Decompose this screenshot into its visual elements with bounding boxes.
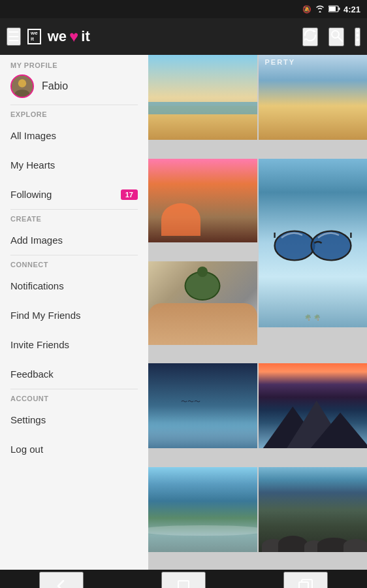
svg-point-13 [311,231,351,260]
search-button[interactable] [328,27,344,46]
battery-icon [328,5,340,14]
svg-point-9 [357,39,359,41]
sidebar-item-settings[interactable]: Settings [0,405,148,434]
logo-we: we [48,28,67,45]
svg-point-8 [357,34,359,37]
add-images-label: Add Images [10,235,63,246]
grid-cell-sunglasses[interactable]: 🌴 🌴 [259,159,368,327]
bottom-nav [0,570,367,588]
invite-friends-label: Invite Friends [10,339,69,350]
logo-container: we it we ♥ it [27,27,302,46]
grid-cell-sunset[interactable]: 〜〜〜 [148,363,257,448]
sidebar-item-invite-friends[interactable]: Invite Friends [0,330,148,359]
sidebar-item-notifications[interactable]: Notifications [0,271,148,301]
find-friends-label: Find My Friends [10,310,81,321]
sidebar: MY PROFILE Fabio EXPLORE All Images [0,55,148,570]
profile-section: MY PROFILE Fabio [0,55,148,105]
grid-cell-beach3[interactable] [148,467,257,552]
my-hearts-label: My Hearts [10,159,55,171]
logo-heart-icon: ♥ [69,27,78,46]
back-button[interactable] [39,572,84,588]
svg-rect-20 [299,582,308,588]
svg-rect-2 [338,7,340,10]
logout-label: Log out [10,444,43,455]
status-time: 4:21 [343,5,360,14]
settings-label: Settings [10,414,46,425]
sidebar-item-feedback[interactable]: Feedback [0,359,148,389]
status-icons: 🔕 4:21 [302,5,360,14]
more-button[interactable] [355,27,360,46]
grid-cell-beach-small[interactable] [148,55,257,140]
svg-point-7 [357,29,359,32]
svg-line-6 [338,37,342,41]
account-header: ACCOUNT [0,389,148,405]
top-actions [302,27,360,46]
wifi-icon [315,5,325,14]
main-area: MY PROFILE Fabio EXPLORE All Images [0,55,367,570]
all-images-label: All Images [10,130,56,141]
create-header: CREATE [0,210,148,225]
profile-name: Fabio [42,80,68,92]
grid-cell-mountains[interactable] [259,363,368,448]
logo-it: it [81,28,89,45]
home-button[interactable] [161,572,206,588]
svg-marker-3 [313,29,316,32]
explore-header: EXPLORE [0,105,148,121]
avatar [10,74,34,98]
svg-rect-19 [178,581,189,588]
svg-point-11 [18,79,26,87]
menu-button[interactable]: ☰ [7,27,21,46]
following-badge: 17 [121,189,138,200]
svg-point-12 [274,231,314,260]
grid-cell-turtle[interactable] [148,261,257,345]
connect-header: CONNECT [0,255,148,271]
vibrate-icon: 🔕 [302,5,311,14]
top-bar: ☰ we it we ♥ it [0,18,367,55]
sidebar-item-my-hearts[interactable]: My Hearts [0,150,148,180]
grid-cell-beach2[interactable] [148,159,257,242]
sidebar-item-add-images[interactable]: Add Images [0,225,148,255]
recent-apps-button[interactable] [283,572,328,588]
logo-small: we it [27,29,41,44]
status-bar: 🔕 4:21 [0,0,367,18]
avatar-image [12,76,33,97]
notifications-label: Notifications [10,280,64,291]
following-label: Following [10,189,52,200]
sidebar-item-following[interactable]: Following 17 [0,180,148,209]
grid-cell-beach-large[interactable]: PERTY [259,55,368,140]
feedback-label: Feedback [10,368,54,380]
sidebar-item-all-images[interactable]: All Images [0,121,148,150]
profile-row[interactable]: Fabio [10,74,138,98]
grid-cell-rocks[interactable] [259,467,368,552]
sidebar-item-logout[interactable]: Log out [0,434,148,464]
image-grid: PERTY 🌴 [148,55,367,570]
sidebar-item-find-friends[interactable]: Find My Friends [0,301,148,330]
svg-rect-1 [329,7,336,11]
my-profile-label: MY PROFILE [10,61,138,69]
refresh-button[interactable] [302,27,318,46]
